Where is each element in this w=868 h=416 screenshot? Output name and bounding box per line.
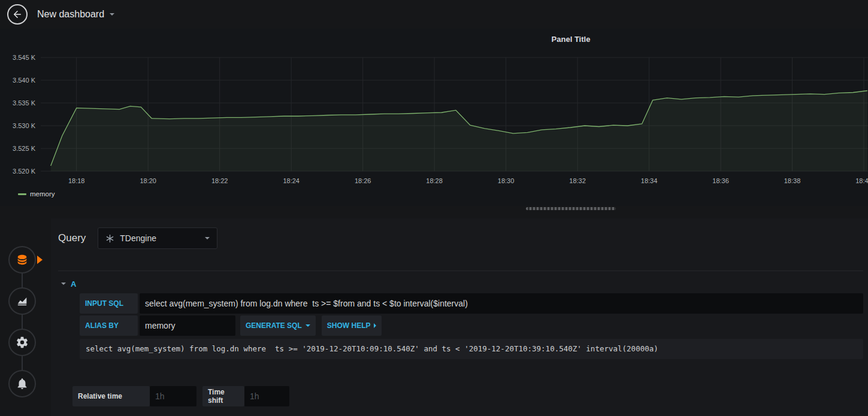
back-button[interactable] [7, 4, 28, 25]
svg-text:3.520 K: 3.520 K [13, 168, 36, 175]
queries-tab-content: Query TDengine A INPUT SQL [51, 218, 868, 416]
tab-visualization[interactable] [8, 287, 36, 315]
svg-text:3.540 K: 3.540 K [13, 77, 36, 84]
svg-text:18:22: 18:22 [211, 177, 228, 184]
query-options-row: Relative time Time shift [72, 386, 863, 406]
generated-sql-preview: select avg(mem_system) from log.dn where… [80, 339, 863, 359]
dashboard-title: New dashboard [37, 9, 104, 20]
time-shift-group: Time shift [202, 386, 289, 406]
scrollbar-handle[interactable] [526, 207, 616, 210]
relative-time-label: Relative time [72, 386, 150, 406]
tab-alert[interactable] [8, 370, 36, 397]
alias-by-field[interactable] [140, 315, 235, 336]
svg-text:18:34: 18:34 [641, 177, 658, 184]
time-series-plot[interactable]: 3.520 K3.525 K3.530 K3.535 K3.540 K3.545… [0, 50, 868, 191]
active-tab-pointer-icon [37, 256, 43, 264]
datasource-picker[interactable]: TDengine [98, 227, 217, 249]
time-shift-field[interactable] [244, 386, 289, 406]
svg-text:3.535 K: 3.535 K [13, 99, 36, 107]
caret-down-icon [306, 324, 310, 327]
relative-time-field[interactable] [150, 386, 196, 406]
svg-text:18:36: 18:36 [712, 177, 729, 184]
svg-text:18:38: 18:38 [784, 177, 801, 184]
query-editor-block: A INPUT SQL ALIAS BY GENERATE SQL SHOW H… [58, 271, 863, 406]
bell-icon [16, 377, 29, 390]
query-row-header: A [58, 276, 863, 291]
tdengine-logo-icon [105, 234, 114, 243]
show-help-label: SHOW HELP [327, 321, 371, 330]
arrow-left-icon [12, 9, 23, 20]
horizontal-scrollbar-track [0, 206, 868, 218]
graph-panel: Panel Title 3.520 K3.525 K3.530 K3.535 K… [0, 29, 868, 206]
query-rows: INPUT SQL ALIAS BY GENERATE SQL SHOW HEL… [80, 293, 863, 359]
svg-text:18:40: 18:40 [855, 177, 868, 184]
svg-text:18:26: 18:26 [355, 177, 371, 184]
editor-tab-rail [0, 218, 51, 416]
generate-sql-button[interactable]: GENERATE SQL [240, 315, 316, 336]
chart-icon [16, 294, 29, 308]
tab-queries[interactable] [8, 246, 36, 274]
caret-down-icon [205, 237, 210, 239]
svg-text:3.545 K: 3.545 K [13, 54, 36, 61]
alias-by-row: ALIAS BY GENERATE SQL SHOW HELP [80, 315, 863, 336]
input-sql-label: INPUT SQL [80, 293, 138, 314]
query-ref-id[interactable]: A [71, 280, 76, 289]
collapse-caret-icon[interactable] [61, 283, 66, 285]
dashboard-title-dropdown[interactable]: New dashboard [37, 9, 114, 20]
gear-icon [16, 336, 29, 349]
alias-by-label: ALIAS BY [80, 315, 138, 336]
database-icon [16, 253, 29, 266]
panel-title[interactable]: Panel Title [552, 35, 591, 44]
top-nav-bar: New dashboard [0, 0, 868, 29]
show-help-button[interactable]: SHOW HELP [322, 315, 382, 336]
legend-series-color [18, 193, 26, 195]
caret-right-icon [374, 323, 376, 328]
legend-series-label[interactable]: memory [30, 190, 55, 198]
svg-text:18:30: 18:30 [498, 177, 515, 184]
query-section-title: Query [58, 232, 86, 244]
relative-time-group: Relative time [72, 386, 196, 406]
svg-text:18:18: 18:18 [68, 177, 85, 184]
input-sql-field[interactable] [140, 293, 863, 314]
input-sql-row: INPUT SQL [80, 293, 863, 314]
svg-text:18:32: 18:32 [569, 177, 586, 184]
svg-text:18:20: 18:20 [140, 177, 156, 184]
query-header: Query TDengine [58, 227, 863, 250]
time-shift-label: Time shift [202, 386, 244, 406]
svg-text:18:24: 18:24 [283, 177, 300, 184]
generate-sql-label: GENERATE SQL [246, 321, 302, 330]
svg-text:3.525 K: 3.525 K [13, 145, 36, 152]
legend: memory [18, 190, 55, 198]
svg-text:18:28: 18:28 [426, 177, 443, 184]
tab-general[interactable] [8, 329, 36, 356]
svg-text:3.530 K: 3.530 K [13, 122, 36, 129]
datasource-name: TDengine [120, 233, 156, 243]
panel-editor: Query TDengine A INPUT SQL [0, 218, 868, 416]
caret-down-icon [110, 13, 114, 16]
